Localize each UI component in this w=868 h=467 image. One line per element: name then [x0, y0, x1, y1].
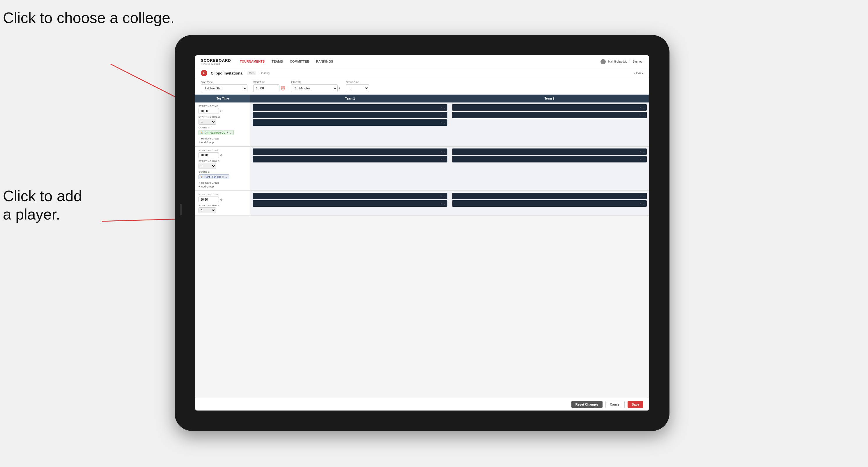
table-row: STARTING TIME: ⊙ STARTING HOLE: 1 COURSE…: [195, 147, 649, 191]
start-time-input[interactable]: [253, 85, 279, 92]
starting-time-field-1: ⊙: [198, 108, 247, 114]
player-slot-1-3[interactable]: × ⌄: [253, 119, 447, 126]
player-chevron-icon-5-1[interactable]: ⌄: [443, 194, 446, 198]
group-size-select[interactable]: 3: [346, 85, 369, 92]
player-x-icon-4-2[interactable]: ×: [640, 158, 642, 161]
remove-group-2[interactable]: ○ Remove Group: [198, 181, 247, 184]
nav-right: blair@clippd.io | Sign out: [600, 59, 643, 64]
player-slot-6-1[interactable]: × ⌄: [452, 193, 647, 199]
reset-button[interactable]: Reset Changes: [571, 401, 602, 408]
player-slot-5-1[interactable]: × ⌄: [253, 193, 447, 199]
player-chevron-icon-6-1[interactable]: ⌄: [643, 194, 645, 198]
player-slot-4-1[interactable]: × ⌄: [452, 149, 647, 155]
player-x-icon-5-1[interactable]: ×: [440, 194, 442, 198]
action-links-1: ○ Remove Group + Add Group: [198, 137, 247, 144]
player-chevron-icon-2-2[interactable]: ⌄: [643, 114, 645, 117]
player-slot-1-1[interactable]: × ⌄: [253, 104, 447, 111]
player-x-icon-1-3[interactable]: ×: [440, 121, 442, 124]
player-chevron-icon-1-2[interactable]: ⌄: [443, 114, 446, 117]
tee-left-1: STARTING TIME: ⊙ STARTING HOLE: 1 COURSE…: [195, 102, 250, 146]
player-slot-2-2[interactable]: × ⌄: [452, 112, 647, 118]
add-group-1[interactable]: + Add Group: [198, 141, 247, 144]
form-row: Start Type 1st Tee Start Start Time ⏰ In…: [195, 78, 649, 95]
starting-hole-select-1[interactable]: 1: [198, 119, 216, 125]
course-chevron-2[interactable]: ⌄: [225, 175, 227, 179]
starting-time-input-1[interactable]: [198, 108, 219, 114]
player-slot-3-1[interactable]: × ⌄: [253, 149, 447, 155]
sign-out-link[interactable]: Sign out: [632, 60, 643, 63]
course-name-1: (A) Peachtree GC: [205, 131, 225, 134]
sub-header-logo: C: [201, 70, 207, 76]
player-x-icon-1-1[interactable]: ×: [440, 106, 442, 109]
player-x-icon-1-2[interactable]: ×: [440, 114, 442, 117]
player-chevron-icon-3-1[interactable]: ⌄: [443, 150, 446, 153]
col-tee-time: Tee Time: [195, 95, 250, 102]
player-slot-4-2[interactable]: × ⌄: [452, 156, 647, 162]
add-group-2[interactable]: + Add Group: [198, 185, 247, 188]
col-team2: Team 2: [450, 95, 649, 102]
player-chevron-icon-5-2[interactable]: ⌄: [443, 202, 446, 205]
starting-hole-select-2[interactable]: 1: [198, 163, 216, 169]
top-nav: SCOREBOARD Powered by clippd TOURNAMENTS…: [195, 55, 649, 68]
starting-time-label-2: STARTING TIME:: [198, 149, 247, 152]
player-chevron-icon-4-2[interactable]: ⌄: [643, 158, 645, 161]
course-chevron-1[interactable]: ⌄: [229, 131, 232, 134]
player-slot-1-2[interactable]: × ⌄: [253, 112, 447, 118]
team1-col-2: × ⌄ × ⌄: [250, 147, 450, 190]
group-size-label: Group Size: [346, 81, 369, 84]
player-slot-2-1[interactable]: × ⌄: [452, 104, 647, 111]
course-remove-2[interactable]: ×: [222, 175, 224, 179]
player-chevron-icon-2-1[interactable]: ⌄: [643, 106, 645, 109]
nav-committee[interactable]: COMMITTEE: [290, 59, 309, 64]
intervals-label: Intervals: [291, 81, 340, 84]
starting-time-input-2[interactable]: [198, 152, 219, 158]
start-type-select[interactable]: 1st Tee Start: [201, 85, 247, 92]
player-x-icon-3-2[interactable]: ×: [440, 158, 442, 161]
player-x-icon-6-1[interactable]: ×: [640, 194, 642, 198]
player-slot-5-2[interactable]: × ⌄: [253, 200, 447, 207]
nav-teams[interactable]: TEAMS: [272, 59, 283, 64]
team2-col-3: × ⌄ × ⌄: [450, 191, 649, 215]
table-row: STARTING TIME: ⊙ STARTING HOLE: 1 COURSE…: [195, 102, 649, 147]
starting-hole-select-3[interactable]: 1: [198, 207, 216, 213]
team2-col-2: × ⌄ × ⌄: [450, 147, 649, 190]
course-icon-1: 🏌: [200, 131, 204, 134]
player-x-icon-2-1[interactable]: ×: [640, 106, 642, 109]
tournament-title: Clippd Invitational: [211, 71, 244, 75]
player-x-icon-5-2[interactable]: ×: [440, 202, 442, 205]
remove-group-1[interactable]: ○ Remove Group: [198, 137, 247, 140]
player-x-icon-2-2[interactable]: ×: [640, 114, 642, 117]
bottom-bar: Reset Changes Cancel Save: [195, 398, 649, 410]
hosting-label: Hosting: [260, 72, 270, 75]
player-chevron-icon-4-1[interactable]: ⌄: [643, 150, 645, 153]
player-chevron-icon-3-2[interactable]: ⌄: [443, 158, 446, 161]
save-button[interactable]: Save: [627, 401, 643, 408]
course-remove-1[interactable]: ×: [227, 131, 228, 134]
intervals-group: Intervals 10 Minutes ℹ: [291, 81, 340, 92]
clock-icon-3: ⊙: [220, 198, 223, 201]
nav-tournaments[interactable]: TOURNAMENTS: [240, 59, 265, 64]
table-header: Tee Time Team 1 Team 2: [195, 95, 649, 102]
nav-rankings[interactable]: RANKINGS: [316, 59, 333, 64]
sub-header: C Clippd Invitational Men Hosting ‹ Back: [195, 68, 649, 78]
player-x-icon-3-1[interactable]: ×: [440, 150, 442, 153]
player-x-icon-4-1[interactable]: ×: [640, 150, 642, 153]
starting-hole-field-2: 1: [198, 163, 247, 169]
player-slot-3-2[interactable]: × ⌄: [253, 156, 447, 162]
player-x-icon-6-2[interactable]: ×: [640, 202, 642, 205]
starting-time-label-3: STARTING TIME:: [198, 193, 247, 196]
cancel-button[interactable]: Cancel: [606, 401, 625, 408]
avatar: [600, 59, 606, 64]
team1-col-3: × ⌄ × ⌄: [250, 191, 450, 215]
player-chevron-icon-1-1[interactable]: ⌄: [443, 106, 446, 109]
player-slot-6-2[interactable]: × ⌄: [452, 200, 647, 207]
nav-links: TOURNAMENTS TEAMS COMMITTEE RANKINGS: [240, 59, 600, 64]
clock-icon-2: ⊙: [220, 153, 223, 157]
back-button[interactable]: ‹ Back: [634, 71, 643, 75]
starting-hole-field-1: 1: [198, 119, 247, 125]
player-chevron-icon-1-3[interactable]: ⌄: [443, 121, 446, 124]
clock-icon: ⏰: [281, 86, 285, 91]
player-chevron-icon-6-2[interactable]: ⌄: [643, 202, 645, 205]
intervals-select[interactable]: 10 Minutes: [291, 85, 338, 92]
starting-time-input-3[interactable]: [198, 196, 219, 203]
